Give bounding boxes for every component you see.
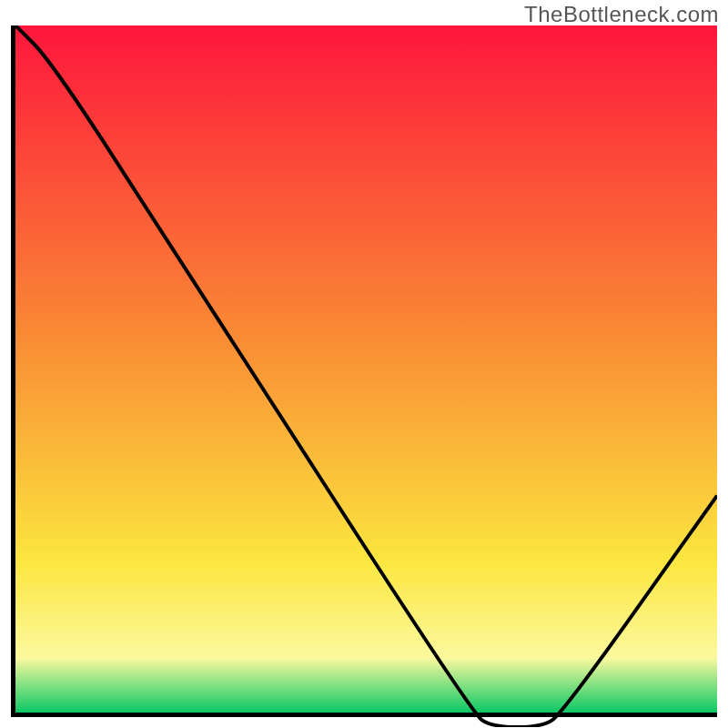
curve-path <box>15 25 717 727</box>
curve-line <box>15 25 717 727</box>
plot-area <box>11 25 717 717</box>
watermark-label: TheBottleneck.com <box>524 2 719 27</box>
optimal-marker <box>492 702 549 714</box>
bottleneck-chart: TheBottleneck.com <box>0 0 728 728</box>
